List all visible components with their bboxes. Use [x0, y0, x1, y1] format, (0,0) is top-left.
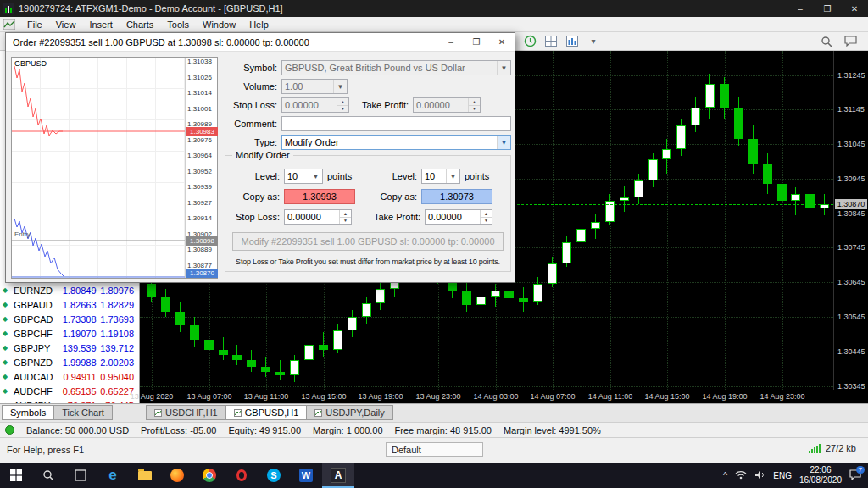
- chart-tab-usdjpy-daily[interactable]: USDJPY,Daily: [306, 405, 393, 420]
- start-button[interactable]: [0, 463, 32, 488]
- tick-chart-plot: GBPUSD Entry: [12, 58, 185, 278]
- taskbar-opera-icon[interactable]: [225, 463, 258, 488]
- stoploss-label: Stop Loss:: [231, 212, 280, 222]
- points-label: points: [327, 171, 352, 181]
- chart-tab-icon: [154, 409, 162, 417]
- language-indicator[interactable]: ENG: [773, 471, 792, 480]
- sell-level-select[interactable]: 10 ▼: [284, 169, 323, 184]
- dialog-maximize-button[interactable]: ❐: [464, 33, 489, 52]
- chevron-down-icon: ▼: [333, 80, 347, 93]
- taskbar-search-button[interactable]: [32, 463, 64, 488]
- tab-tick-chart[interactable]: Tick Chart: [53, 405, 113, 420]
- tray-expand-icon[interactable]: ^: [723, 470, 727, 480]
- chart-price-axis[interactable]: 1.312451.311451.310451.309451.308451.307…: [833, 51, 868, 390]
- taskbar-explorer-icon[interactable]: [129, 463, 161, 488]
- comment-label: Comment:: [225, 119, 277, 129]
- toolbar-clock-icon[interactable]: [522, 35, 537, 48]
- chart-time-axis[interactable]: 13 Aug 202013 Aug 07:0013 Aug 11:0013 Au…: [140, 390, 868, 403]
- candle-body: [591, 222, 600, 229]
- notification-icon[interactable]: 7: [849, 469, 861, 481]
- menu-charts[interactable]: Charts: [120, 17, 160, 31]
- price-axis-label: 1.31045: [837, 140, 865, 148]
- speaker-icon[interactable]: [754, 470, 765, 481]
- chart-window-tabs: USDCHF,H1GBPUSD,H1USDJPY,Daily: [146, 405, 392, 420]
- symbol-diamond-icon: ◆: [3, 344, 14, 352]
- menu-help[interactable]: Help: [242, 17, 275, 31]
- candle-body: [504, 291, 514, 298]
- dialog-close-button[interactable]: ✕: [489, 33, 515, 52]
- chart-tab-gbpusd-h1[interactable]: GBPUSD,H1: [225, 405, 308, 420]
- bid-tick-line: [14, 66, 63, 136]
- candle-body: [548, 263, 557, 284]
- copy-buy-price-button[interactable]: 1.30973: [421, 189, 492, 204]
- order-dialog-titlebar[interactable]: Order #22099351 sell 1.00 GBPUSD at 1.30…: [6, 33, 515, 52]
- toolbar-grid-icon[interactable]: [543, 35, 559, 48]
- symbol-label: Symbol:: [225, 63, 277, 73]
- order-dialog: Order #22099351 sell 1.00 GBPUSD at 1.30…: [5, 32, 515, 283]
- market-watch-row-gbpnzd[interactable]: ◆GBPNZD1.999882.00203: [0, 355, 139, 369]
- taskbar-edge-icon[interactable]: e: [97, 463, 129, 488]
- chart-tab-usdchf-h1[interactable]: USDCHF,H1: [146, 405, 226, 420]
- window-minimize-button[interactable]: –: [787, 0, 814, 17]
- menu-insert[interactable]: Insert: [82, 17, 120, 31]
- bid-price: 1.73308: [61, 314, 99, 324]
- menu-file[interactable]: File: [20, 17, 49, 31]
- candle-body: [648, 159, 658, 180]
- market-watch-row-gbpchf[interactable]: ◆GBPCHF1.190701.19108: [0, 326, 139, 341]
- takeprofit-label: Take Profit:: [349, 100, 409, 110]
- taskbar-metatrader-icon[interactable]: A: [322, 463, 354, 488]
- market-watch-row-audcad[interactable]: ◆AUDCAD0.949110.95040: [0, 369, 139, 384]
- group-title: Modify Order: [232, 150, 293, 160]
- candle-body: [161, 297, 170, 312]
- candle-body: [476, 297, 486, 305]
- candle-body: [533, 284, 542, 302]
- window-restore-button[interactable]: ❐: [814, 0, 841, 17]
- comment-input[interactable]: [281, 116, 511, 131]
- market-watch-row-audchf[interactable]: ◆AUDCHF0.651350.65227: [0, 384, 139, 398]
- taskbar-skype-icon[interactable]: S: [258, 463, 290, 488]
- symbol-name: GBPCAD: [14, 314, 61, 324]
- tab-symbols[interactable]: Symbols: [2, 405, 54, 420]
- task-view-button[interactable]: [64, 463, 97, 488]
- modify-stoploss-spinner[interactable]: 0.00000 ▲▼: [284, 209, 352, 225]
- ask-price: 0.95040: [99, 372, 137, 382]
- modify-order-button[interactable]: Modify #22099351 sell 1.00 GBPUSD sl: 0.…: [232, 232, 504, 251]
- candle-body: [362, 303, 371, 317]
- toolbar-chat-icon[interactable]: [843, 35, 858, 48]
- taskbar-chrome-icon[interactable]: [193, 463, 225, 488]
- market-watch-row-gbpjpy[interactable]: ◆GBPJPY139.539139.712: [0, 341, 139, 355]
- symbol-name: GBPAUD: [14, 300, 61, 310]
- copy-sell-price-button[interactable]: 1.30993: [284, 189, 355, 204]
- tray-clock[interactable]: 22:06 16/08/2020: [799, 465, 842, 485]
- time-axis-label: 13 Aug 15:00: [301, 392, 346, 401]
- taskbar-firefox-icon[interactable]: [161, 463, 193, 488]
- toolbar-dropdown-icon[interactable]: ▾: [586, 35, 601, 48]
- chrome-icon: [203, 469, 216, 482]
- toolbar-search-icon[interactable]: [819, 35, 834, 48]
- symbol-diamond-icon: ◆: [3, 301, 14, 308]
- market-watch-row-eurnzd[interactable]: ◆EURNZD1.808491.80976: [0, 283, 139, 297]
- window-close-button[interactable]: ✕: [841, 0, 868, 17]
- menu-window[interactable]: Window: [196, 17, 242, 31]
- chevron-down-icon: ▼: [497, 61, 510, 75]
- bid-price: 1.82663: [61, 300, 99, 310]
- profit-loss-text: Profit/Loss: -85.00: [141, 425, 216, 435]
- profile-selector[interactable]: Default: [386, 442, 483, 457]
- market-watch-row-gbpaud[interactable]: ◆GBPAUD1.826631.82829: [0, 297, 139, 312]
- dialog-minimize-button[interactable]: –: [438, 33, 464, 52]
- menu-view[interactable]: View: [49, 17, 83, 31]
- wifi-icon[interactable]: [735, 470, 747, 481]
- help-text: For Help, press F1: [7, 445, 84, 455]
- tick-scale-label: 1.30976: [187, 136, 212, 143]
- toolbar-chart-icon[interactable]: [565, 35, 580, 48]
- chevron-down-icon: ▼: [446, 169, 459, 183]
- menu-tools[interactable]: Tools: [160, 17, 196, 31]
- market-watch-row-gbpcad[interactable]: ◆GBPCAD1.733081.73693: [0, 312, 139, 326]
- buy-level-select[interactable]: 10 ▼: [421, 169, 460, 184]
- modify-takeprofit-spinner[interactable]: 0.00000 ▲▼: [425, 209, 492, 225]
- chart-menu-icon: [3, 19, 15, 30]
- grid-line: [667, 51, 668, 390]
- order-type-select[interactable]: Modify Order ▼: [281, 135, 511, 150]
- price-axis-label: 1.31145: [837, 105, 865, 114]
- taskbar-word-icon[interactable]: W: [290, 463, 322, 488]
